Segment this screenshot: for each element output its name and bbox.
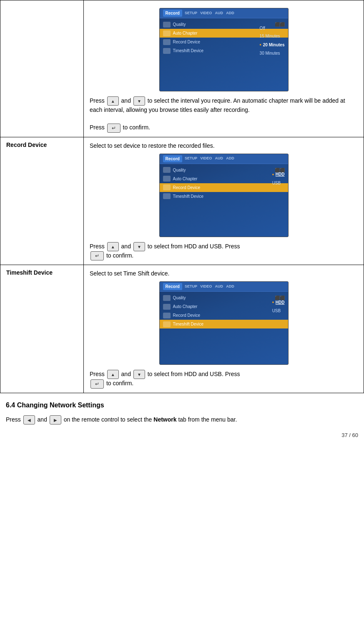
menu-row3-autochapter: Auto Chapter bbox=[160, 302, 288, 311]
section-heading: 6.4 Changing Network Settings bbox=[6, 402, 358, 409]
row2-text1: to select from HDD and USB. Press bbox=[148, 243, 240, 250]
menu-row3-quality: Quality ⬛⬛ bbox=[160, 293, 288, 302]
row-label2-quality: Quality bbox=[173, 167, 272, 173]
row-icon2-timeshiftdevice bbox=[163, 193, 171, 199]
menu-row2-autochapter: Auto Chapter bbox=[160, 174, 288, 183]
options-panel-timeshift: • HDD USB bbox=[272, 298, 285, 314]
row1-description: Press and to select the interval you req… bbox=[90, 96, 358, 114]
screenshot-timeshift-device: Record SETUP VIDEO AUD ADD Quality ⬛⬛ Au… bbox=[159, 281, 289, 365]
left-cell-2: Record Device bbox=[0, 137, 84, 265]
row-label-quality: Quality bbox=[173, 21, 272, 28]
tab-labels: SETUP VIDEO AUD ADD bbox=[185, 10, 234, 16]
row-icon3-autochapter bbox=[163, 304, 171, 310]
row3-and1: and bbox=[121, 371, 133, 377]
down-button-1 bbox=[133, 96, 145, 106]
row-label3-timeshiftdevice: Timeshift Device bbox=[173, 321, 285, 327]
option-20min: • 20 Minutes bbox=[260, 41, 285, 48]
right-cell-2: Select to set device to restore the reco… bbox=[84, 137, 364, 265]
left-cell-3: Timeshift Device bbox=[0, 265, 84, 393]
record-badge-2: Record bbox=[163, 155, 182, 162]
screenshot-auto-chapter: Record SETUP VIDEO AUD ADD Quality ⬛⬛ Au… bbox=[159, 8, 289, 91]
menu-row2-timeshiftdevice: Timeshift Device bbox=[160, 192, 288, 201]
page-number: 37 / 60 bbox=[0, 429, 364, 442]
table-row-timeshift-device: Timeshift Device Select to set Time Shif… bbox=[0, 265, 364, 393]
row-icon2-quality bbox=[163, 167, 171, 173]
section-on-remote: on the remote control to select the bbox=[64, 416, 154, 423]
hdd-bullet-2: • bbox=[272, 298, 274, 306]
record-badge-3: Record bbox=[163, 283, 182, 290]
menu-rows-2: Quality ⬛⬛ Auto Chapter Record Device bbox=[160, 164, 288, 202]
row-label2-recorddevice: Record Device bbox=[173, 184, 285, 191]
row-icon3-timeshiftdevice bbox=[163, 321, 171, 327]
option-usb-2: USB bbox=[272, 308, 285, 314]
row-icon3-recorddevice bbox=[163, 313, 171, 318]
row-label3-quality: Quality bbox=[173, 295, 272, 301]
option-30min: 30 Minutes bbox=[260, 50, 285, 56]
row2-press1: Press bbox=[90, 243, 106, 250]
main-table: Record SETUP VIDEO AUD ADD Quality ⬛⬛ Au… bbox=[0, 0, 364, 393]
row1-press1: Press bbox=[90, 97, 106, 104]
row1-text2: to confirm. bbox=[123, 124, 150, 131]
screenshot-record-device: Record SETUP VIDEO AUD ADD Quality ⬛⬛ Au… bbox=[159, 154, 289, 237]
up-button-1 bbox=[107, 96, 119, 106]
table-row-record-device: Record Device Select to set device to re… bbox=[0, 137, 364, 265]
row-icon-timeshiftdevice bbox=[163, 48, 171, 54]
selected-bullet: • bbox=[260, 41, 261, 48]
option-usb-1: USB bbox=[272, 180, 285, 186]
row-icon2-recorddevice bbox=[163, 184, 171, 190]
option-off: Off bbox=[260, 25, 285, 31]
hdd-label-1: HDD bbox=[276, 171, 285, 177]
options-panel-record: • HDD USB bbox=[272, 171, 285, 186]
bottom-section: 6.4 Changing Network Settings Press and … bbox=[0, 393, 364, 429]
section-press: Press bbox=[6, 416, 23, 423]
up-button-2 bbox=[107, 242, 119, 251]
network-bold: Network bbox=[153, 416, 176, 423]
row2-confirm: to confirm. bbox=[90, 251, 358, 260]
option-hdd-1: • HDD bbox=[272, 171, 285, 178]
menu-row2-recorddevice: Record Device bbox=[160, 183, 288, 192]
menu-row3-timeshiftdevice: Timeshift Device bbox=[160, 320, 288, 328]
row2-and1: and bbox=[121, 243, 133, 250]
down-button-2 bbox=[133, 242, 145, 251]
row2-text2: to confirm. bbox=[106, 252, 133, 259]
option-20min-label: 20 Minutes bbox=[263, 42, 285, 48]
option-15min-label: 15 Minutes bbox=[260, 33, 280, 39]
options-panel-autochapter: Off 15 Minutes • 20 Minutes 30 Minutes bbox=[260, 25, 285, 56]
row1-and1: and bbox=[121, 97, 133, 104]
tab-labels-2: SETUP VIDEO AUD ADD bbox=[185, 156, 234, 162]
left-cell-1 bbox=[0, 0, 84, 137]
row-icon-autochapter bbox=[163, 30, 171, 36]
right-cell-1: Record SETUP VIDEO AUD ADD Quality ⬛⬛ Au… bbox=[84, 0, 364, 137]
row-icon2-autochapter bbox=[163, 176, 171, 182]
row3-confirm: to confirm. bbox=[90, 379, 358, 388]
ok-button-2 bbox=[90, 251, 104, 260]
screenshot-title-bar: Record SETUP VIDEO AUD ADD bbox=[160, 8, 288, 18]
down-button-3 bbox=[133, 370, 145, 379]
up-button-3 bbox=[107, 370, 119, 379]
row-label3-autochapter: Auto Chapter bbox=[173, 303, 285, 310]
row1-press2: Press bbox=[90, 124, 106, 131]
row1-confirm: Press to confirm. bbox=[90, 123, 358, 132]
row-icon3-quality bbox=[163, 295, 171, 301]
usb-label-1: USB bbox=[272, 180, 281, 186]
option-15min: 15 Minutes bbox=[260, 33, 285, 39]
row3-press1: Press bbox=[90, 371, 106, 377]
menu-row2-quality: Quality ⬛⬛ bbox=[160, 166, 288, 174]
row3-instruction: Press and to select from HDD and USB. Pr… bbox=[90, 370, 358, 379]
option-off-label: Off bbox=[260, 25, 265, 31]
timeshift-device-desc: Select to set Time Shift device. bbox=[90, 269, 358, 278]
section-and: and bbox=[38, 416, 49, 423]
row-label2-autochapter: Auto Chapter bbox=[173, 176, 285, 182]
row-icon-quality bbox=[163, 22, 171, 28]
record-badge: Record bbox=[163, 10, 182, 17]
menu-row3-recorddevice: Record Device bbox=[160, 311, 288, 320]
ok-button-1 bbox=[107, 124, 120, 133]
hdd-bullet-1: • bbox=[272, 171, 274, 178]
tab-labels-3: SETUP VIDEO AUD ADD bbox=[185, 284, 234, 290]
screenshot-title-bar-3: Record SETUP VIDEO AUD ADD bbox=[160, 282, 288, 292]
row-icon-recorddevice bbox=[163, 39, 171, 45]
hdd-label-2: HDD bbox=[276, 299, 285, 306]
section-tab-text: tab from the menu bar. bbox=[178, 416, 237, 423]
option-30min-label: 30 Minutes bbox=[260, 50, 280, 56]
right-cell-3: Select to set Time Shift device. Record … bbox=[84, 265, 364, 393]
